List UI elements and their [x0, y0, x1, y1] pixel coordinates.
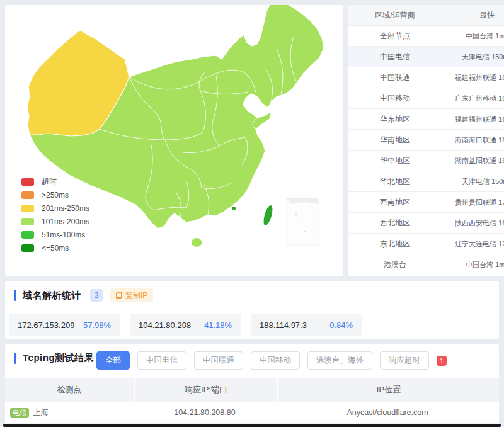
table-row[interactable]: 华东地区 福建福州联通 162ms — [348, 109, 504, 130]
legend-item: 201ms-250ms — [21, 202, 89, 215]
fastest-node-value: 中国台湾 1ms — [440, 26, 504, 47]
region-name: 华东地区 — [348, 109, 442, 130]
legend-label: 201ms-250ms — [42, 204, 89, 213]
table-row[interactable]: 华南地区 海南海口联通 164ms — [348, 130, 504, 151]
table-row[interactable]: 西南地区 贵州贵阳联通 171ms — [348, 192, 504, 213]
fastest-node-value: 天津电信 150ms — [440, 47, 504, 67]
legend-color-swatch — [21, 231, 34, 239]
table-row[interactable]: 全部节点 中国台湾 1ms — [348, 26, 504, 47]
legend-label: 超时 — [42, 176, 57, 187]
region-name: 港澳台 — [348, 254, 442, 275]
table-row[interactable]: 电信 上海 104.21.80.208:80 Anycast/cloudflar… — [5, 402, 499, 424]
bottom-bar — [3, 424, 501, 427]
fastest-node-value: 福建福州联通 162ms — [440, 109, 504, 130]
title-accent-bar — [14, 353, 16, 364]
ip-location-value: Anycast/cloudflare.com — [276, 408, 499, 417]
region-isp-table: 区域/运营商 最快 全部节点 中国台湾 1ms 中国电信 天津电信 150ms … — [348, 5, 504, 276]
legend-color-swatch — [21, 191, 34, 199]
region-name: 中国电信 — [348, 47, 442, 67]
fastest-node-value: 陕西西安电信 166ms — [440, 213, 504, 234]
title-accent-bar — [14, 290, 16, 301]
region-column-header: 区域/运营商 — [348, 5, 442, 26]
copy-ip-label: 复制IP — [125, 290, 147, 301]
table-row[interactable]: 中国联通 福建福州联通 162ms — [348, 67, 504, 88]
region-name: 华中地区 — [348, 151, 442, 171]
latency-legend: 超时 >250ms 201ms-250ms 101ms-200ms 51ms-1… — [21, 175, 89, 254]
column-header-ip-port: 响应IP:端口 — [135, 378, 277, 402]
south-china-sea-inset — [287, 198, 318, 245]
table-row[interactable]: 华中地区 湖南益阳联通 168ms — [348, 151, 504, 171]
ip-address: 188.114.97.3 — [260, 321, 307, 330]
region-name: 中国移动 — [348, 88, 442, 109]
checkpoint-location: 上海 — [33, 407, 49, 418]
region-name: 西北地区 — [348, 213, 442, 234]
fastest-node-value: 中国台湾 1ms — [440, 254, 504, 275]
legend-color-swatch — [21, 205, 34, 212]
map-region-hainan — [191, 238, 202, 248]
dns-resolution-section: 域名解析统计 3 复制IP 172.67.153.209 57.98% 104.… — [5, 281, 499, 339]
timeout-count-badge: 1 — [437, 356, 447, 366]
region-name: 全部节点 — [348, 26, 442, 47]
tcping-table: 检测点 响应IP:端口 IP位置 电信 上海 104.21.80.208:80 … — [5, 378, 499, 424]
column-header-checkpoint: 检测点 — [5, 378, 134, 402]
resolved-ip-chip[interactable]: 188.114.97.3 0.84% — [251, 314, 362, 336]
latency-map-panel: 超时 >250ms 201ms-250ms 101ms-200ms 51ms-1… — [5, 5, 343, 276]
resolved-ip-chip[interactable]: 104.21.80.208 41.18% — [130, 314, 241, 336]
fastest-node-value: 湖南益阳联通 168ms — [440, 151, 504, 171]
region-table-header: 区域/运营商 最快 — [348, 5, 504, 26]
response-ip-port: 104.21.80.208:80 — [134, 408, 276, 417]
tcping-results-section: Tcping测试结果 全部 中国电信 中国联通 中国移动 港澳台、海外 响应超时… — [5, 344, 499, 427]
fastest-node-value: 贵州贵阳联通 171ms — [440, 192, 504, 213]
legend-item: <=50ms — [21, 241, 89, 254]
column-header-ip-location: IP位置 — [278, 378, 499, 402]
resolved-ip-chip[interactable]: 172.67.153.209 57.98% — [9, 314, 120, 336]
tcping-table-header: 检测点 响应IP:端口 IP位置 — [5, 378, 499, 402]
filter-tab[interactable]: 中国联通 — [194, 351, 243, 370]
legend-color-swatch — [21, 178, 34, 186]
filter-tab[interactable]: 中国移动 — [251, 351, 300, 370]
table-row[interactable]: 华北地区 天津电信 150ms — [348, 171, 504, 192]
isp-badge: 电信 — [10, 408, 29, 418]
region-name: 东北地区 — [348, 234, 442, 254]
table-row[interactable]: 中国移动 广东广州移动 165ms — [348, 88, 504, 109]
legend-color-swatch — [21, 244, 34, 252]
table-row[interactable]: 港澳台 中国台湾 1ms — [348, 254, 504, 275]
fastest-node-value: 海南海口联通 164ms — [440, 130, 504, 151]
legend-label: 101ms-200ms — [42, 217, 89, 226]
legend-item: 51ms-100ms — [21, 228, 89, 241]
region-name: 华南地区 — [348, 130, 442, 151]
legend-item: 超时 — [21, 175, 89, 188]
region-name: 西南地区 — [348, 192, 442, 213]
divider — [5, 309, 499, 309]
fastest-node-value: 辽宁大连电信 170ms — [440, 234, 504, 254]
filter-tab[interactable]: 全部 — [96, 351, 130, 370]
fastest-node-value: 福建福州联通 162ms — [440, 67, 504, 88]
map-region-taiwan — [262, 205, 275, 227]
copy-icon — [116, 292, 122, 299]
legend-label: <=50ms — [42, 244, 69, 253]
legend-label: >250ms — [42, 191, 69, 200]
ip-address: 172.67.153.209 — [18, 321, 74, 330]
section-title: Tcping测试结果 — [23, 352, 94, 364]
map-region-hongkong — [232, 207, 236, 210]
legend-item: 101ms-200ms — [21, 215, 89, 228]
fastest-node-value: 广东广州移动 165ms — [440, 88, 504, 109]
legend-item: >250ms — [21, 188, 89, 202]
table-row[interactable]: 中国电信 天津电信 150ms — [348, 47, 504, 67]
page-title: 域名解析统计 — [23, 290, 81, 302]
ip-percentage: 0.84% — [329, 321, 353, 330]
ip-count-badge: 3 — [90, 289, 103, 302]
filter-tab[interactable]: 响应超时 — [380, 351, 429, 370]
copy-ip-button[interactable]: 复制IP — [110, 288, 153, 302]
fastest-column-header: 最快 — [440, 5, 504, 26]
ip-address: 104.21.80.208 — [139, 321, 191, 330]
filter-tab[interactable]: 中国电信 — [137, 351, 186, 370]
ip-percentage: 57.98% — [83, 321, 111, 330]
table-row[interactable]: 西北地区 陕西西安电信 166ms — [348, 213, 504, 234]
ip-percentage: 41.18% — [204, 321, 232, 330]
table-row[interactable]: 东北地区 辽宁大连电信 170ms — [348, 234, 504, 254]
legend-label: 51ms-100ms — [42, 231, 85, 239]
filter-tab[interactable]: 港澳台、海外 — [307, 351, 372, 370]
region-name: 中国联通 — [348, 67, 442, 88]
region-name: 华北地区 — [348, 171, 442, 192]
